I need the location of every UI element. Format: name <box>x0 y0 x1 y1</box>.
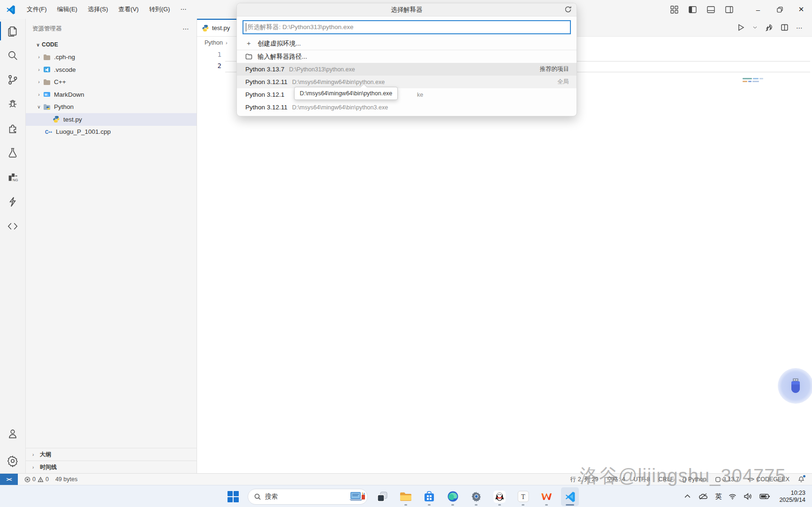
toggle-panel-icon[interactable] <box>707 6 715 14</box>
typora-button[interactable]: T <box>514 487 532 506</box>
encoding-indicator[interactable]: UTF-8 <box>633 476 650 483</box>
activitybar-codegeex[interactable] <box>0 214 26 238</box>
tree-item-luogu-cpp[interactable]: C++ Luogu_P_1001.cpp <box>26 126 197 138</box>
customize-layout-icon[interactable] <box>670 6 678 14</box>
interpreter-item-3-12-11-python3[interactable]: Python 3.12.11 D:\msys64\mingw64\bin\pyt… <box>237 101 577 114</box>
menu-file[interactable]: 文件(F) <box>22 0 52 19</box>
toggle-sidebar-right-icon[interactable] <box>725 6 733 14</box>
dialog-title: 选择解释器 <box>391 6 423 14</box>
activitybar-account[interactable] <box>0 422 26 446</box>
running-indicator <box>498 504 501 506</box>
run-dropdown-icon[interactable] <box>752 23 758 31</box>
cursor-position[interactable]: 行 2, 列 29 <box>570 476 599 484</box>
activitybar-settings[interactable] <box>0 449 26 473</box>
tree-item-cph-ng[interactable]: › .cph-ng <box>26 51 197 64</box>
warning-count: 0 <box>46 476 49 483</box>
activitybar-cph-ng[interactable]: NG <box>0 165 26 190</box>
toggle-sidebar-left-icon[interactable] <box>689 6 697 14</box>
indentation-indicator[interactable]: 空格: 4 <box>607 476 625 484</box>
minimap[interactable] <box>743 78 772 84</box>
chevron-right-icon: › <box>35 67 43 72</box>
tray-chevron-up-icon[interactable] <box>683 492 691 500</box>
global-badge: 全局 <box>557 78 569 86</box>
windows-taskbar: 搜索 <box>0 485 812 507</box>
close-button[interactable]: ✕ <box>790 0 812 19</box>
notification-dot <box>803 475 805 477</box>
wps-icon <box>540 491 553 503</box>
refresh-interpreters-button[interactable] <box>564 6 572 13</box>
activitybar-search[interactable] <box>0 43 26 68</box>
warning-icon <box>38 476 44 483</box>
notifications-bell[interactable] <box>798 476 804 483</box>
microsoft-store-button[interactable] <box>420 487 438 506</box>
wifi-icon[interactable] <box>729 492 736 500</box>
activitybar-testing[interactable] <box>0 141 26 165</box>
ime-indicator[interactable]: 英 <box>715 492 721 501</box>
taskbar-clock[interactable]: 10:23 2025/9/14 <box>779 490 805 504</box>
running-indicator <box>404 504 407 506</box>
activitybar-debug[interactable] <box>0 92 26 116</box>
interpreter-item-3-12-11-python[interactable]: Python 3.12.11 D:\msys64\mingw64\bin\pyt… <box>237 76 577 88</box>
sidebar-more-actions[interactable]: ⋯ <box>182 25 190 32</box>
vscode-taskbar-button[interactable] <box>561 487 579 506</box>
settings-button[interactable] <box>467 487 485 506</box>
menu-edit[interactable]: 编辑(E) <box>52 0 83 19</box>
enter-path-item[interactable]: 输入解释器路径... <box>237 50 577 63</box>
tree-item-test-py[interactable]: test.py <box>26 113 197 126</box>
breadcrumb-folder[interactable]: Python <box>205 39 223 46</box>
eol-indicator[interactable]: CRLF <box>659 476 674 483</box>
remote-indicator[interactable]: >< <box>0 474 18 485</box>
wps-button[interactable] <box>538 487 555 506</box>
task-view-button[interactable] <box>373 487 391 506</box>
create-venv-item[interactable]: ＋ 创建虚拟环境... <box>237 37 577 50</box>
tree-item-markdown[interactable]: › M↓ MarkDown <box>26 88 197 101</box>
activitybar-source-control[interactable] <box>0 68 26 92</box>
editor-more-actions-icon[interactable]: ⋯ <box>796 24 804 31</box>
python-version-picker[interactable]: 3.13.7 <box>715 476 739 483</box>
timeline-section[interactable]: › 时间线 <box>26 461 197 473</box>
search-highlight-image[interactable] <box>349 491 365 503</box>
activitybar-extensions[interactable] <box>0 116 26 141</box>
language-mode[interactable]: {} Python <box>682 476 706 483</box>
cph-lightning-icon <box>7 196 19 208</box>
error-count: 0 <box>32 476 36 483</box>
menu-goto[interactable]: 转到(G) <box>144 0 175 19</box>
menu-selection[interactable]: 选择(S) <box>83 0 113 19</box>
problems-indicator[interactable]: 0 0 <box>24 476 49 483</box>
tree-root-code[interactable]: ∨ CODE <box>26 38 197 51</box>
minimize-button[interactable]: – <box>747 0 769 19</box>
battery-charging-icon[interactable] <box>759 492 770 500</box>
interpreter-search-input[interactable] <box>247 24 570 31</box>
cph-ng-icon: NG <box>7 171 19 184</box>
onedrive-paused-icon[interactable] <box>698 492 708 500</box>
tab-label: test.py <box>212 24 230 31</box>
usb-eject-widget[interactable] <box>778 368 812 404</box>
qq-icon <box>493 491 506 503</box>
restore-button[interactable] <box>769 0 790 19</box>
taskbar-search[interactable]: 搜索 <box>248 489 368 505</box>
tree-item-cpp-folder[interactable]: › C++ <box>26 76 197 89</box>
interpreter-item-covered[interactable]: Python 3.12.1 ke <box>237 88 577 101</box>
file-size-indicator[interactable]: 49 bytes <box>55 476 77 483</box>
vscode-icon <box>564 491 576 502</box>
file-explorer-button[interactable] <box>397 487 415 506</box>
codegeex-status[interactable]: <> CODEGEEX <box>748 476 789 483</box>
split-editor-icon[interactable] <box>781 23 789 31</box>
volume-icon[interactable] <box>744 492 752 500</box>
qq-button[interactable] <box>491 487 508 506</box>
tree-item-python-folder[interactable]: ∨ Python <box>26 101 197 114</box>
tree-item-vscode[interactable]: › .vscode <box>26 63 197 76</box>
start-button[interactable] <box>224 487 242 506</box>
edge-button[interactable] <box>444 487 462 506</box>
interpreter-item-3-13-7[interactable]: Python 3.13.7 D:\Python313\python.exe 推荐… <box>237 63 577 76</box>
menu-more[interactable]: ⋯ <box>175 0 191 19</box>
cph-judge-rocket-icon[interactable] <box>765 23 773 31</box>
folder-icon <box>43 78 51 86</box>
activitybar-explorer[interactable] <box>0 19 26 43</box>
interpreter-path-fragment: ke <box>417 92 423 98</box>
menu-view[interactable]: 查看(V) <box>113 0 144 19</box>
outline-section[interactable]: › 大纲 <box>26 448 197 461</box>
line-number-1: 1 <box>197 51 221 58</box>
activitybar-cph[interactable] <box>0 190 26 214</box>
run-button[interactable] <box>737 23 745 31</box>
